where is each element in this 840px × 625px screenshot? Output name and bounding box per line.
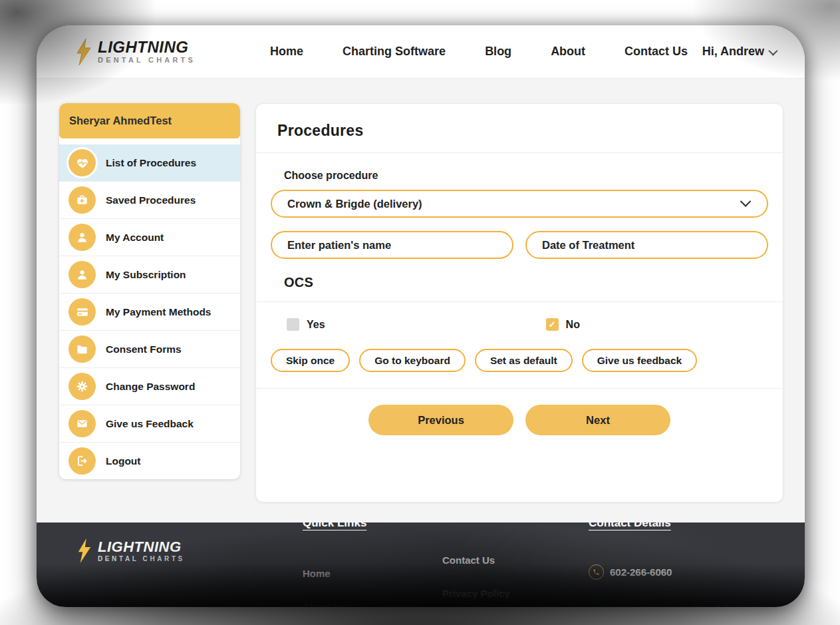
- medical-kit-icon: [69, 186, 96, 214]
- sidebar-item-label: Consent Forms: [106, 343, 182, 355]
- ocs-option-no[interactable]: ✓ No: [546, 318, 580, 331]
- previous-button[interactable]: Previous: [368, 405, 513, 435]
- footer-link-about-us[interactable]: About Us: [303, 601, 442, 607]
- footer-phone[interactable]: 602-266-6060: [589, 564, 760, 580]
- give-us-feedback-button[interactable]: Give us feedback: [582, 349, 698, 372]
- yes-checkbox[interactable]: ✓: [287, 318, 299, 331]
- sidebar-user-name: Sheryar AhmedTest: [59, 103, 240, 138]
- brand-tagline: DENTAL CHARTS: [98, 57, 196, 64]
- nav-link-charting-software[interactable]: Charting Software: [343, 45, 446, 59]
- footer: LIGHTNING DENTAL CHARTS Quick Links Home…: [37, 522, 805, 607]
- footer-brand-logo[interactable]: LIGHTNING DENTAL CHARTS: [76, 538, 303, 563]
- procedure-select-value: Crown & Brigde (delivery): [287, 198, 422, 210]
- lightning-bolt-icon: [76, 538, 92, 563]
- sidebar-item-list-of-procedures[interactable]: List of Procedures: [59, 144, 240, 181]
- sidebar-item-label: My Account: [106, 232, 164, 244]
- check-icon: ✓: [549, 320, 556, 329]
- email-icon: [589, 602, 604, 607]
- page-title: Procedures: [256, 104, 783, 152]
- yes-label: Yes: [307, 319, 325, 331]
- lightning-bolt-icon: [75, 39, 92, 65]
- sidebar-item-label: Saved Procedures: [106, 194, 196, 206]
- ocs-body: ✓ Yes ✓ No Skip once Go to keyboard Set …: [256, 302, 783, 372]
- ocs-option-yes[interactable]: ✓ Yes: [287, 318, 325, 331]
- user-icon: [69, 261, 96, 288]
- ocs-heading: OCS: [284, 275, 768, 290]
- user-icon: [69, 224, 96, 251]
- user-menu[interactable]: Hi, Andrew: [702, 45, 775, 59]
- set-as-default-button[interactable]: Set as default: [475, 349, 573, 372]
- footer-quick-links-col: Quick Links Home About Us: [303, 522, 442, 607]
- procedure-select[interactable]: Crown & Brigde (delivery): [271, 190, 768, 218]
- skip-once-button[interactable]: Skip once: [271, 349, 350, 372]
- footer-links-col-2: Contact Us Privacy Policy: [442, 522, 589, 607]
- sidebar-item-consent-forms[interactable]: Consent Forms: [59, 330, 240, 367]
- top-navbar: LIGHTNING DENTAL CHARTS Home Charting So…: [37, 25, 805, 79]
- footer-brand-tagline: DENTAL CHARTS: [98, 556, 185, 562]
- sidebar-item-label: Give us Feedback: [106, 418, 194, 430]
- envelope-icon: [69, 410, 96, 437]
- inputs-row: [271, 231, 768, 259]
- sidebar-item-label: Logout: [106, 455, 141, 467]
- brand-logo[interactable]: LIGHTNING DENTAL CHARTS: [75, 39, 196, 65]
- ocs-options-row: ✓ Yes ✓ No: [271, 302, 768, 331]
- sidebar-item-my-account[interactable]: My Account: [59, 218, 240, 256]
- wizard-nav-row: Previous Next: [256, 405, 783, 435]
- nav-link-home[interactable]: Home: [270, 45, 303, 59]
- go-to-keyboard-button[interactable]: Go to keyboard: [359, 349, 466, 372]
- footer-link-privacy-policy[interactable]: Privacy Policy: [442, 588, 589, 599]
- email-address: admin@lightningdentalchart.co: [610, 604, 760, 607]
- footer-link-contact-us[interactable]: Contact Us: [442, 554, 589, 566]
- gear-icon: [69, 373, 96, 400]
- procedures-card: Procedures Choose procedure Crown & Brig…: [255, 103, 783, 503]
- sidebar-item-label: My Payment Methods: [106, 306, 211, 318]
- main-area: Sheryar AhmedTest List of Procedures Sav…: [37, 79, 805, 522]
- contact-details-heading: Contact Details: [589, 522, 760, 530]
- nav-link-contact-us[interactable]: Contact Us: [625, 45, 688, 59]
- footer-grid: LIGHTNING DENTAL CHARTS Quick Links Home…: [76, 522, 765, 607]
- app-window: LIGHTNING DENTAL CHARTS Home Charting So…: [37, 25, 805, 607]
- divider: [256, 388, 783, 389]
- heart-pulse-icon: [69, 149, 96, 176]
- credit-card-icon: [69, 298, 96, 325]
- sidebar-item-label: My Subscription: [106, 269, 186, 281]
- nav-link-about[interactable]: About: [551, 45, 585, 59]
- no-label: No: [566, 319, 580, 331]
- treatment-date-input[interactable]: [525, 231, 768, 259]
- user-greeting: Hi, Andrew: [702, 45, 764, 59]
- no-checkbox[interactable]: ✓: [546, 318, 559, 331]
- sidebar-item-label: List of Procedures: [106, 157, 196, 169]
- sidebar-item-my-subscription[interactable]: My Subscription: [59, 256, 240, 293]
- chevron-down-icon: [768, 46, 777, 55]
- footer-link-home[interactable]: Home: [303, 568, 442, 579]
- card-body: Choose procedure Crown & Brigde (deliver…: [256, 170, 783, 290]
- choose-procedure-label: Choose procedure: [284, 170, 768, 182]
- sidebar-item-logout[interactable]: Logout: [59, 442, 240, 479]
- sidebar-item-saved-procedures[interactable]: Saved Procedures: [59, 181, 240, 218]
- chevron-down-icon: [740, 198, 751, 210]
- divider: [256, 152, 783, 153]
- quick-links-heading: Quick Links: [303, 522, 442, 530]
- sidebar-item-give-us-feedback[interactable]: Give us Feedback: [59, 405, 240, 442]
- footer-brand-name: LIGHTNING: [98, 540, 185, 554]
- logout-icon: [69, 447, 96, 475]
- next-button[interactable]: Next: [525, 405, 670, 435]
- phone-icon: [589, 564, 604, 580]
- nav-links: Home Charting Software Blog About Contac…: [270, 45, 688, 59]
- footer-brand-text: LIGHTNING DENTAL CHARTS: [98, 540, 185, 562]
- sidebar: Sheryar AhmedTest List of Procedures Sav…: [59, 103, 240, 479]
- brand-text: LIGHTNING DENTAL CHARTS: [98, 39, 196, 64]
- quick-actions-row: Skip once Go to keyboard Set as default …: [271, 349, 768, 372]
- phone-number: 602-266-6060: [610, 566, 672, 578]
- nav-link-blog[interactable]: Blog: [485, 45, 511, 59]
- footer-brand: LIGHTNING DENTAL CHARTS: [76, 522, 303, 607]
- sidebar-list: List of Procedures Saved Procedures My A…: [59, 138, 240, 479]
- footer-contact-col: Contact Details 602-266-6060 admin@light…: [589, 522, 760, 607]
- patient-name-input[interactable]: [271, 231, 513, 259]
- sidebar-item-change-password[interactable]: Change Password: [59, 367, 240, 405]
- footer-email[interactable]: admin@lightningdentalchart.co: [589, 602, 760, 607]
- sidebar-item-my-payment-methods[interactable]: My Payment Methods: [59, 293, 240, 330]
- folder-icon: [69, 335, 96, 363]
- brand-name: LIGHTNING: [98, 39, 196, 55]
- sidebar-item-label: Change Password: [106, 381, 195, 393]
